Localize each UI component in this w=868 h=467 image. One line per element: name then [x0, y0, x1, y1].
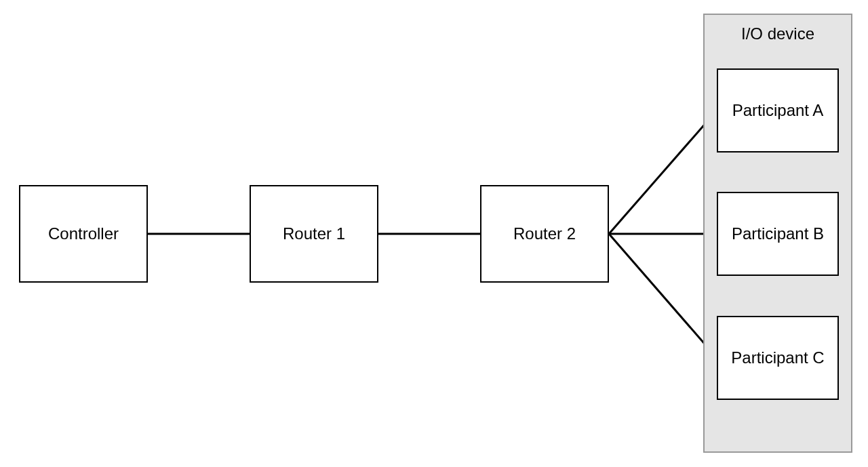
node-router1: Router 1	[250, 185, 378, 283]
node-router2: Router 2	[480, 185, 609, 283]
io-device-title: I/O device	[705, 15, 851, 43]
node-participant-c: Participant C	[717, 316, 839, 400]
edge-router2-participantA	[609, 110, 717, 234]
edge-router2-participantC	[609, 234, 717, 358]
node-router1-label: Router 1	[283, 224, 345, 243]
node-participant-a: Participant A	[717, 68, 839, 153]
node-controller-label: Controller	[48, 224, 119, 243]
node-participant-a-label: Participant A	[732, 101, 824, 120]
node-controller: Controller	[19, 185, 148, 283]
node-participant-b: Participant B	[717, 192, 839, 276]
node-participant-b-label: Participant B	[732, 224, 824, 243]
node-participant-c-label: Participant C	[731, 348, 824, 367]
node-router2-label: Router 2	[513, 224, 576, 243]
